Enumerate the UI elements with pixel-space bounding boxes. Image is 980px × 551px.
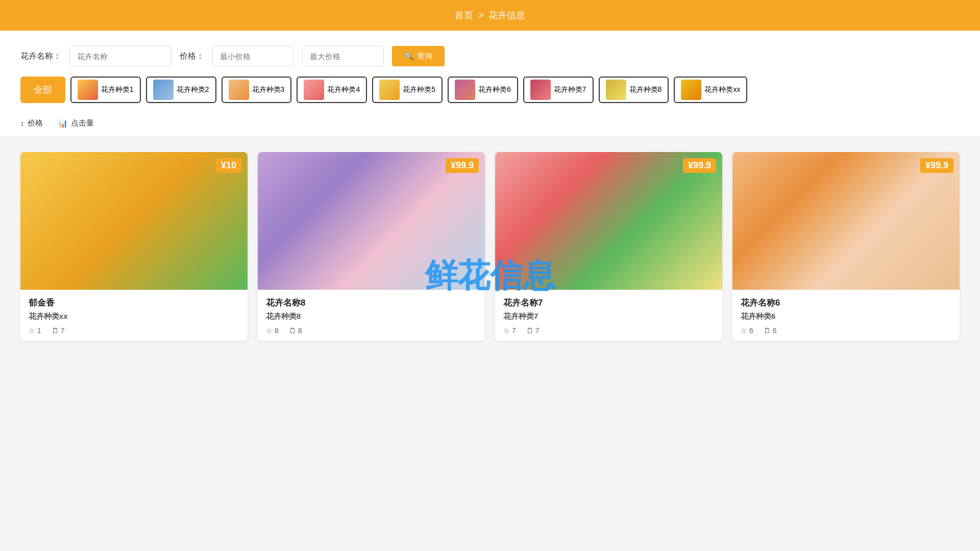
category-thumb-6	[455, 80, 475, 100]
category-row: 全部花卉种类1花卉种类2花卉种类3花卉种类4花卉种类5花卉种类6花卉种类7花卉种…	[20, 77, 960, 113]
search-icon: 🔍	[404, 52, 414, 61]
product-name-4: 花卉名称6	[741, 297, 951, 309]
product-clicks-4: 🗒 6	[764, 327, 777, 335]
star-count-2: 8	[275, 327, 279, 335]
product-card-1[interactable]: ¥10 郁金香 花卉种类xx ☆ 1 🗒 7	[20, 152, 248, 341]
name-label: 花卉名称：	[20, 51, 61, 62]
products-grid: ¥10 郁金香 花卉种类xx ☆ 1 🗒 7 ¥99.9 花卉名称8 花卉种类	[20, 152, 960, 341]
price-label: 价格：	[180, 51, 204, 62]
category-thumb-5	[379, 80, 400, 100]
click-icon-2: 🗒	[289, 327, 296, 335]
category-btn-1[interactable]: 花卉种类1	[70, 77, 141, 103]
star-count-1: 1	[37, 327, 41, 335]
product-img-placeholder-1	[20, 152, 248, 290]
product-image-3: ¥99.9	[495, 152, 722, 290]
product-info-3: 花卉名称7 花卉种类7 ☆ 7 🗒 7	[495, 290, 722, 341]
category-btn-8[interactable]: 花卉种类8	[599, 77, 669, 103]
product-info-4: 花卉名称6 花卉种类6 ☆ 6 🗒 6	[732, 290, 960, 341]
product-type-1: 花卉种类xx	[29, 312, 239, 321]
category-btn-5[interactable]: 花卉种类5	[372, 77, 443, 103]
category-btn-7[interactable]: 花卉种类7	[523, 77, 594, 103]
category-btn-xx[interactable]: 花卉种类xx	[674, 77, 747, 103]
product-stars-3: ☆ 7	[503, 327, 516, 335]
click-count-4: 6	[773, 327, 777, 335]
product-type-4: 花卉种类6	[741, 312, 951, 321]
category-btn-3[interactable]: 花卉种类3	[222, 77, 292, 103]
search-button[interactable]: 🔍 查询	[392, 46, 445, 66]
category-label-2: 花卉种类2	[177, 85, 209, 94]
category-label-5: 花卉种类5	[403, 85, 435, 94]
product-clicks-3: 🗒 7	[526, 327, 540, 335]
category-thumb-3	[229, 80, 249, 100]
name-input[interactable]	[69, 46, 172, 66]
sort-label-price: 价格	[28, 118, 43, 128]
product-card-3[interactable]: ¥99.9 花卉名称7 花卉种类7 ☆ 7 🗒 7	[495, 152, 722, 341]
product-stars-4: ☆ 6	[741, 327, 753, 335]
category-label-3: 花卉种类3	[252, 85, 285, 94]
product-card-2[interactable]: ¥99.9 花卉名称8 花卉种类8 ☆ 8 🗒 8	[258, 152, 485, 341]
search-section: 花卉名称： 价格： 🔍 查询 全部花卉种类1花卉种类2花卉种类3花卉种类4花卉种…	[0, 31, 980, 113]
star-count-3: 7	[512, 327, 516, 335]
product-card-4[interactable]: ¥99.9 花卉名称6 花卉种类6 ☆ 6 🗒 6	[732, 152, 960, 341]
product-image-2: ¥99.9	[258, 152, 485, 290]
category-label-7: 花卉种类7	[554, 85, 586, 94]
sort-row: ↕价格📊点击量	[0, 113, 980, 137]
products-section: ¥10 郁金香 花卉种类xx ☆ 1 🗒 7 ¥99.9 花卉名称8 花卉种类	[0, 137, 980, 356]
breadcrumb-bar: 首页 > 花卉信息	[0, 0, 980, 31]
product-image-1: ¥10	[20, 152, 248, 290]
breadcrumb-separator: >	[478, 10, 484, 21]
product-name-1: 郁金香	[29, 297, 239, 309]
category-label-xx: 花卉种类xx	[704, 85, 740, 94]
click-count-2: 8	[298, 327, 302, 335]
sort-icon-clicks: 📊	[58, 119, 68, 128]
category-thumb-2	[153, 80, 174, 100]
sort-price[interactable]: ↕价格	[20, 118, 43, 128]
click-icon-3: 🗒	[526, 327, 533, 335]
product-stats-3: ☆ 7 🗒 7	[503, 327, 714, 335]
click-icon-1: 🗒	[52, 327, 59, 335]
search-row: 花卉名称： 价格： 🔍 查询	[20, 46, 960, 66]
sort-icon-price: ↕	[20, 119, 24, 128]
product-stars-1: ☆ 1	[29, 327, 41, 335]
click-count-1: 7	[61, 327, 65, 335]
product-type-2: 花卉种类8	[266, 312, 477, 321]
max-price-input[interactable]	[302, 46, 384, 66]
category-label-6: 花卉种类6	[478, 85, 511, 94]
product-name-3: 花卉名称7	[503, 297, 714, 309]
category-btn-all[interactable]: 全部	[20, 77, 65, 103]
price-badge-3: ¥99.9	[683, 158, 716, 173]
product-type-3: 花卉种类7	[503, 312, 714, 321]
category-label-8: 花卉种类8	[629, 85, 662, 94]
product-image-4: ¥99.9	[732, 152, 960, 290]
sort-label-clicks: 点击量	[71, 118, 94, 128]
category-btn-4[interactable]: 花卉种类4	[297, 77, 367, 103]
category-label-all: 全部	[34, 84, 52, 96]
click-icon-4: 🗒	[764, 327, 771, 335]
category-thumb-7	[530, 80, 551, 100]
search-btn-label: 查询	[417, 52, 432, 61]
sort-clicks[interactable]: 📊点击量	[58, 118, 94, 128]
category-btn-2[interactable]: 花卉种类2	[146, 77, 216, 103]
product-stats-4: ☆ 6 🗒 6	[741, 327, 951, 335]
breadcrumb-current: 花卉信息	[488, 9, 525, 21]
price-badge-4: ¥99.9	[920, 158, 953, 173]
star-count-4: 6	[749, 327, 753, 335]
category-label-4: 花卉种类4	[327, 85, 360, 94]
breadcrumb-home[interactable]: 首页	[455, 9, 473, 21]
star-icon-1: ☆	[29, 327, 35, 335]
min-price-input[interactable]	[212, 46, 294, 66]
price-badge-1: ¥10	[216, 158, 241, 173]
category-thumb-1	[78, 80, 98, 100]
product-clicks-2: 🗒 8	[289, 327, 302, 335]
category-thumb-8	[606, 80, 626, 100]
category-btn-6[interactable]: 花卉种类6	[448, 77, 518, 103]
product-name-2: 花卉名称8	[266, 297, 477, 309]
click-count-3: 7	[535, 327, 540, 335]
star-icon-2: ☆	[266, 327, 273, 335]
star-icon-4: ☆	[741, 327, 747, 335]
product-info-1: 郁金香 花卉种类xx ☆ 1 🗒 7	[20, 290, 248, 341]
product-stars-2: ☆ 8	[266, 327, 279, 335]
product-stats-2: ☆ 8 🗒 8	[266, 327, 477, 335]
category-label-1: 花卉种类1	[101, 85, 134, 94]
star-icon-3: ☆	[503, 327, 510, 335]
